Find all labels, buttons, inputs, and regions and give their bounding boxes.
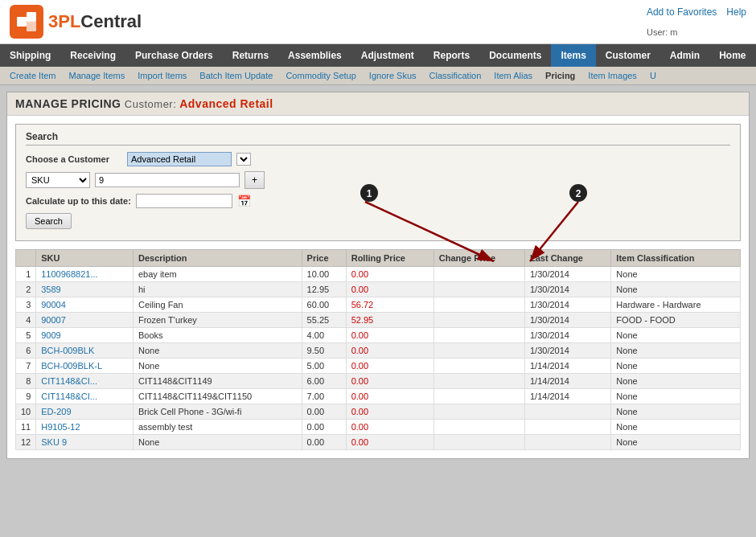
- table-cell[interactable]: SKU 9: [36, 435, 134, 450]
- table-cell: 0.00: [346, 359, 433, 374]
- table-cell: 0.00: [346, 435, 433, 450]
- nav-home[interactable]: Home: [709, 44, 755, 67]
- table-cell: None: [611, 404, 741, 420]
- table-cell: 9: [16, 389, 36, 404]
- customer-field-label: Choose a Customer: [26, 154, 122, 164]
- table-cell: 3: [16, 297, 36, 313]
- table-cell: [433, 297, 524, 313]
- subnav-manage-items[interactable]: Manage Items: [62, 68, 131, 83]
- subnav-item-alias[interactable]: Item Alias: [487, 68, 539, 83]
- table-cell[interactable]: ED-209: [36, 404, 134, 420]
- search-button[interactable]: Search: [26, 213, 72, 229]
- table-cell[interactable]: 9009: [36, 328, 134, 343]
- table-row: 390004Ceiling Fan60.0056.721/30/2014Hard…: [16, 297, 741, 313]
- subnav-ignore-skus[interactable]: Ignore Skus: [363, 68, 423, 83]
- table-cell: 1/30/2014: [524, 313, 610, 328]
- nav-shipping[interactable]: Shipping: [0, 44, 60, 67]
- table-cell: 5: [16, 328, 36, 343]
- table-cell[interactable]: BCH-009BLK-L: [36, 359, 134, 374]
- table-cell: assembly test: [133, 420, 302, 435]
- table-cell: 1/30/2014: [524, 343, 610, 359]
- sku-input[interactable]: [95, 173, 240, 187]
- calendar-icon[interactable]: 📅: [237, 195, 251, 207]
- table-cell: 0.00: [346, 328, 433, 343]
- table-cell: 0.00: [346, 420, 433, 435]
- table-cell: [433, 328, 524, 343]
- nav-admin[interactable]: Admin: [660, 44, 709, 67]
- svg-rect-2: [27, 22, 36, 31]
- table-cell: None: [611, 343, 741, 359]
- nav-returns[interactable]: Returns: [223, 44, 278, 67]
- nav-purchase-orders[interactable]: Purchase Orders: [125, 44, 223, 67]
- table-cell: [524, 435, 610, 450]
- app-name: 3PLCentral: [48, 11, 142, 32]
- table-cell: None: [611, 389, 741, 404]
- nav-items[interactable]: Items: [551, 44, 595, 67]
- table-cell: None: [611, 420, 741, 435]
- top-links: Add to Favorites Help User: m: [647, 6, 746, 37]
- table-cell[interactable]: CIT1148&CI...: [36, 374, 134, 389]
- customer-input[interactable]: [127, 152, 232, 166]
- table-cell: [433, 374, 524, 389]
- customer-prefix: Customer:: [125, 98, 176, 110]
- table-cell[interactable]: 90004: [36, 297, 134, 313]
- table-cell: Ceiling Fan: [133, 297, 302, 313]
- col-price: Price: [302, 250, 346, 267]
- table-cell: 6: [16, 343, 36, 359]
- table-cell: [524, 404, 610, 420]
- table-cell[interactable]: H9105-12: [36, 420, 134, 435]
- table-cell[interactable]: 90007: [36, 313, 134, 328]
- subnav-item-images[interactable]: Item Images: [581, 68, 643, 83]
- table-cell: 12.95: [302, 282, 346, 297]
- subnav-create-item[interactable]: Create Item: [3, 68, 62, 83]
- main-nav: Shipping Receiving Purchase Orders Retur…: [0, 44, 756, 67]
- nav-receiving[interactable]: Receiving: [60, 44, 125, 67]
- table-cell: None: [611, 328, 741, 343]
- help-link[interactable]: Help: [726, 6, 746, 18]
- subnav-commodity-setup[interactable]: Commodity Setup: [279, 68, 362, 83]
- nav-reports[interactable]: Reports: [424, 44, 479, 67]
- subnav-u[interactable]: U: [643, 68, 663, 83]
- table-cell: [433, 389, 524, 404]
- table-row: 59009Books4.000.001/30/2014None: [16, 328, 741, 343]
- table-cell: Brick Cell Phone - 3G/wi-fi: [133, 404, 302, 420]
- nav-adjustment[interactable]: Adjustment: [351, 44, 424, 67]
- col-sku: SKU: [36, 250, 134, 267]
- nav-documents[interactable]: Documents: [479, 44, 551, 67]
- logo-area: 3PLCentral: [10, 5, 142, 39]
- table-cell: ebay item: [133, 267, 302, 282]
- add-sku-button[interactable]: +: [244, 171, 265, 189]
- table-cell: 52.95: [346, 313, 433, 328]
- table-cell: None: [133, 435, 302, 450]
- customer-name: Advanced Retail: [179, 97, 273, 110]
- table-cell: 1/30/2014: [524, 267, 610, 282]
- customer-dropdown[interactable]: ▼: [236, 153, 251, 166]
- subnav-import-items[interactable]: Import Items: [131, 68, 193, 83]
- table-cell: Books: [133, 328, 302, 343]
- table-cell: 12: [16, 435, 36, 450]
- table-cell: [433, 404, 524, 420]
- sku-type-select[interactable]: SKU: [26, 172, 90, 188]
- table-cell: 0.00: [346, 404, 433, 420]
- table-cell[interactable]: CIT1148&CI...: [36, 389, 134, 404]
- table-cell: 4: [16, 313, 36, 328]
- date-input[interactable]: [136, 194, 232, 208]
- table-cell: 1/14/2014: [524, 389, 610, 404]
- table-cell: 9.50: [302, 343, 346, 359]
- nav-customer[interactable]: Customer: [596, 44, 660, 67]
- add-to-favorites-link[interactable]: Add to Favorites: [647, 6, 717, 18]
- nav-assemblies[interactable]: Assemblies: [278, 44, 351, 67]
- col-classification: Item Classification: [611, 250, 741, 267]
- table-cell: 1/30/2014: [524, 297, 610, 313]
- subnav-pricing[interactable]: Pricing: [539, 68, 581, 83]
- page-content: Manage Pricing Customer: Advanced Retail…: [6, 92, 750, 459]
- table-cell: 5.00: [302, 359, 346, 374]
- subnav-batch-item-update[interactable]: Batch Item Update: [193, 68, 279, 83]
- table-cell: 0.00: [302, 435, 346, 450]
- table-cell: 4.00: [302, 328, 346, 343]
- table-cell: 10.00: [302, 267, 346, 282]
- subnav-classification[interactable]: Classification: [423, 68, 488, 83]
- table-cell[interactable]: 3589: [36, 282, 134, 297]
- table-cell[interactable]: 1100968821...: [36, 267, 134, 282]
- table-cell[interactable]: BCH-009BLK: [36, 343, 134, 359]
